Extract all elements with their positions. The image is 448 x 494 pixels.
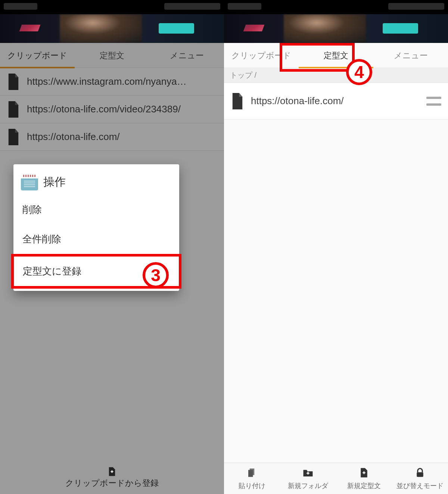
nav-new-phrase[interactable]: 新規定型文 [336,463,392,494]
dialog-title: 操作 [13,170,179,195]
dialog-item-delete-all[interactable]: 全件削除 [13,224,179,254]
document-plus-icon [358,467,370,480]
breadcrumb[interactable]: トップ / [224,68,448,83]
screen-left: クリップボード 定型文 メニュー https://www.instagram.c… [0,0,224,494]
ad-image [284,14,366,43]
nav-paste[interactable]: 貼り付け [224,463,280,494]
screen-right: クリップボード 定型文 メニュー 4 トップ / https://otona-l… [224,0,448,494]
svg-rect-5 [364,471,365,474]
status-bar [0,0,224,14]
ad-cta-button[interactable] [159,23,194,34]
nav-sort-mode[interactable]: 並び替えモード [392,463,448,494]
clipboard-app-icon [21,173,38,190]
ad-banner[interactable] [224,14,448,43]
register-from-clipboard-button[interactable]: クリップボードから登録 [0,463,224,494]
lock-icon [414,467,426,480]
bottom-nav: 貼り付け 新規フォルダ 新規定型文 並び替えモード [224,463,448,494]
folder-plus-icon [302,467,314,480]
tab-clipboard[interactable]: クリップボード [224,43,299,68]
paste-icon [246,467,258,480]
nav-paste-label: 貼り付け [239,481,265,490]
nav-sort-mode-label: 並び替えモード [396,481,444,490]
dialog-title-text: 操作 [43,174,66,190]
ad-cta-button[interactable] [383,23,418,34]
register-from-clipboard-label: クリップボードから登録 [65,478,159,488]
ad-banner[interactable] [0,14,224,43]
svg-rect-3 [308,472,309,475]
add-document-icon [107,466,117,477]
status-bar [224,0,448,14]
nav-new-phrase-label: 新規定型文 [347,481,381,490]
svg-rect-1 [112,470,112,473]
annotation-callout-3: 3 [143,262,169,288]
phrase-item-text: https://otona-life.com/ [251,95,344,107]
dialog-item-delete[interactable]: 削除 [13,195,179,224]
annotation-callout-4: 4 [346,59,372,85]
document-icon [231,93,244,109]
nav-new-folder-label: 新規フォルダ [288,481,328,490]
tab-bar: クリップボード 定型文 メニュー [224,43,448,68]
tab-menu[interactable]: メニュー [373,43,448,68]
phrase-item[interactable]: https://otona-life.com/ [224,83,448,119]
nav-new-folder[interactable]: 新規フォルダ [280,463,336,494]
svg-rect-6 [417,472,423,477]
ad-image [60,14,142,43]
ad-logo-icon [243,25,265,31]
ad-logo-icon [19,25,41,31]
drag-handle-icon[interactable] [426,97,441,106]
